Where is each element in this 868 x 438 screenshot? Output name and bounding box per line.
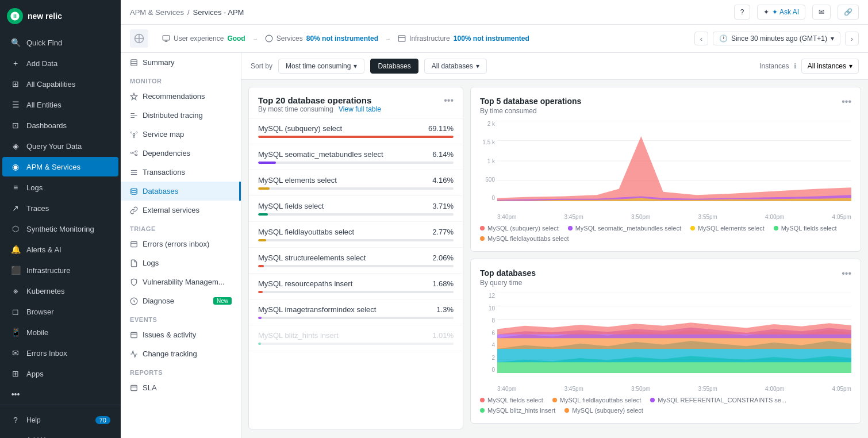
nav-sla[interactable]: SLA [121,378,241,397]
panels: Top 20 database operations By most time … [241,80,868,436]
chart2-legend-item-1: MySQL fieldlayouttabs select [552,397,641,404]
chart2-legend-item-0: MySQL fields select [480,397,543,404]
mail-button[interactable]: ✉ [812,5,831,20]
sidebar-item-traces[interactable]: ↗ Traces [2,198,118,218]
traces-icon: ↗ [10,203,21,213]
next-time-button[interactable]: › [845,32,859,45]
legend-dot-4 [480,236,485,241]
nav-logs[interactable]: Logs [121,253,241,272]
svg-point-24 [131,188,137,190]
view-full-table-link[interactable]: View full table [339,105,381,113]
link-button[interactable]: 🔗 [838,5,859,20]
main-content: Sort by Most time consuming ▾ Databases … [241,53,868,438]
sidebar-item-mobile[interactable]: 📱 Mobile [2,322,118,342]
nav-vulnerability[interactable]: Vulnerability Managem... [121,272,241,291]
arrow-1: → [250,36,260,42]
nav-errors[interactable]: Errors (errors inbox) [121,235,241,253]
apps-icon: ⊞ [10,369,21,378]
help-badge: 70 [95,416,110,424]
sidebar-item-kubernetes[interactable]: ⎈ Kubernetes [2,281,118,301]
alerts-icon: 🔔 [10,245,21,254]
help-icon: ? [10,416,21,425]
breadcrumb-parent[interactable]: APM & Services [130,8,184,17]
nav-diagnose[interactable]: Diagnose New [121,291,241,310]
infrastructure-status: Infrastructure 100% not instrumented [393,34,534,43]
svg-rect-3 [163,36,170,40]
nav-issues-activity[interactable]: Issues & activity [121,325,241,344]
clock-icon: 🕐 [719,34,728,43]
chart2-legend-item-2: MySQL REFERENTIAL_CONSTRAINTS se... [650,397,786,404]
synthetic-icon: ⬡ [10,224,21,233]
sidebar-item-apm-services[interactable]: ◉ APM & Services [2,157,118,176]
nav-dependencies[interactable]: Dependencies [121,144,241,163]
search-icon: 🔍 [10,38,21,47]
all-databases-dropdown[interactable]: All databases ▾ [424,59,487,74]
chevron-down-icon: ▾ [354,62,357,70]
filter-right: Instances ℹ All instances ▾ [759,59,859,74]
prev-time-button[interactable]: ‹ [694,32,708,45]
panel-menu-button[interactable]: ••• [444,95,454,106]
help-button[interactable]: ? [734,5,751,20]
svg-rect-30 [131,385,137,390]
sidebar-item-synthetic-monitoring[interactable]: ⬡ Synthetic Monitoring [2,219,118,239]
chart1-menu-button[interactable]: ••• [842,97,851,107]
svg-point-15 [133,136,135,137]
panel-header: Top 20 database operations By most time … [249,87,463,118]
sidebar-item-more[interactable]: ••• [2,385,118,404]
sidebar-item-dashboards[interactable]: ⊡ Dashboards [2,116,118,135]
nav-recommendations[interactable]: Recommendations [121,87,241,106]
sidebar-item-logs[interactable]: ≡ Logs [2,178,118,197]
logo-text: new relic [28,11,62,21]
all-instances-dropdown[interactable]: All instances ▾ [801,59,859,74]
svg-rect-17 [135,151,137,152]
db-row-2: MySQL elements select 4.16% [249,170,463,196]
infra-icon: ⬛ [10,266,21,275]
nav-distributed-tracing[interactable]: Distributed tracing [121,106,241,125]
sidebar-item-apps[interactable]: ⊞ Apps [2,364,118,383]
nav-summary[interactable]: Summary [121,53,241,72]
sidebar-item-errors-inbox[interactable]: ✉ Errors Inbox [2,343,118,363]
chart1-y-labels: 2 k 1.5 k 1 k 500 0 [480,121,497,201]
chart2-legend-dot-2 [650,398,655,402]
events-section-label: EVENTS [121,310,241,325]
chart2-legend: MySQL fields select MySQL fieldlayouttab… [480,397,851,414]
time-selector[interactable]: 🕐 Since 30 minutes ago (GMT+1) ▾ [713,32,840,45]
logo-icon [7,8,23,24]
triage-section-label: TRIAGE [121,220,241,235]
summary-label: Summary [143,58,175,67]
sidebar-item-infrastructure[interactable]: ⬛ Infrastructure [2,260,118,280]
filter-bar: Sort by Most time consuming ▾ Databases … [241,53,868,80]
nav-change-tracking[interactable]: Change tracking [121,344,241,363]
chart2-legend-dot-0 [480,398,485,402]
sidebar-item-browser[interactable]: ◻ Browser [2,302,118,321]
sidebar-item-all-entities[interactable]: ☰ All Entities [2,95,118,114]
db-row-4: MySQL fieldlayouttabs select 2.77% [249,222,463,248]
nav-transactions[interactable]: Transactions [121,163,241,182]
sidebar-item-alerts-ai[interactable]: 🔔 Alerts & AI [2,240,118,259]
sidebar-item-query-your-data[interactable]: ◈ Query Your Data [2,136,118,156]
nav-databases[interactable]: Databases [121,182,241,201]
sidebar-item-help[interactable]: ? Help 70 [2,410,118,430]
chart1-subtitle: By time consumed [480,107,581,115]
sort-dropdown[interactable]: Most time consuming ▾ [278,59,364,74]
chart-top-databases: Top databases By query time ••• 12 10 8 … [470,259,861,424]
svg-rect-28 [131,332,137,337]
ask-ai-button[interactable]: ✦ ✦ Ask AI [757,5,805,20]
svg-rect-25 [131,241,137,247]
db-row-3: MySQL fields select 3.71% [249,196,463,222]
content-area: Summary MONITOR Recommendations Distribu… [121,53,868,438]
sidebar-item-all-capabilities[interactable]: ⊞ All Capabilities [2,74,118,94]
grid-icon: ⊞ [10,79,21,89]
sidebar-item-add-data[interactable]: + Add Data [2,53,118,73]
nav-service-map[interactable]: Service map [121,125,241,144]
db-row-7: MySQL imagetransformindex select 1.3% [249,299,463,325]
chart2-legend-dot-3 [480,408,485,413]
chart2-menu-button[interactable]: ••• [842,268,851,279]
databases-filter[interactable]: Databases [370,59,418,74]
sidebar-item-quick-find[interactable]: 🔍 Quick Find [2,33,118,52]
sidebar-item-add-user[interactable]: + Add User [2,431,118,438]
chart2-legend-dot-4 [564,408,569,413]
svg-point-6 [266,35,272,42]
db-row-6: MySQL resourcepaths insert 1.68% [249,274,463,299]
nav-external-services[interactable]: External services [121,201,241,220]
